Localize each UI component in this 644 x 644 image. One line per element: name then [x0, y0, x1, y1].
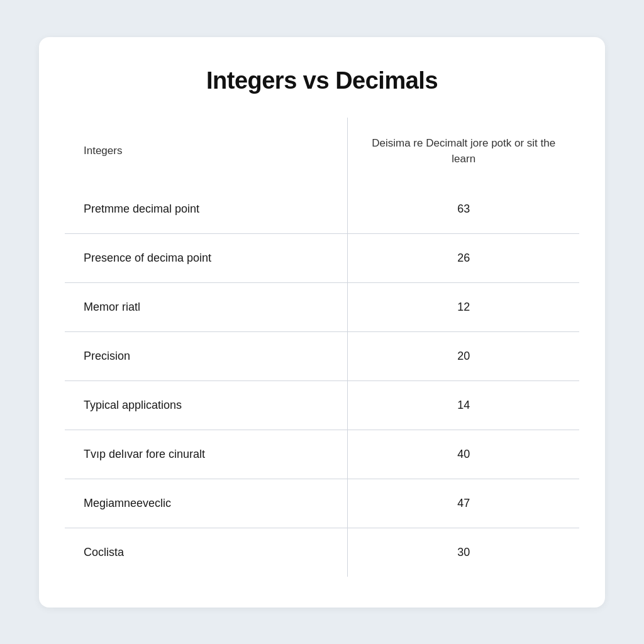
- table-row: Presence of decima point26: [65, 233, 580, 282]
- header-col2: Deisima re Decimalt jore potk or sit the…: [348, 117, 580, 185]
- row-value: 40: [348, 430, 580, 479]
- header-col1: Integers: [65, 117, 348, 185]
- table-row: Precision20: [65, 331, 580, 380]
- row-label: Megiamneeveclic: [65, 479, 348, 528]
- table-row: Pretmme decimal point63: [65, 185, 580, 234]
- row-label: Pretmme decimal point: [65, 185, 348, 234]
- row-value: 63: [348, 185, 580, 234]
- row-label: Memor riatl: [65, 282, 348, 331]
- table-row: Typical applications14: [65, 380, 580, 430]
- row-label: Typical applications: [65, 380, 348, 430]
- row-label: Coclista: [65, 528, 348, 577]
- table-row: Megiamneeveclic47: [65, 479, 580, 528]
- row-value: 30: [348, 528, 580, 577]
- table-row: Coclista30: [65, 528, 580, 577]
- table-header-row: Integers Deisima re Decimalt jore potk o…: [65, 117, 580, 185]
- row-label: Tvıp delıvar fore cinuralt: [65, 430, 348, 479]
- row-value: 12: [348, 282, 580, 331]
- page-title: Integers vs Decimals: [64, 67, 580, 94]
- row-value: 20: [348, 331, 580, 380]
- row-label: Precision: [65, 331, 348, 380]
- row-value: 26: [348, 233, 580, 282]
- row-value: 14: [348, 380, 580, 430]
- row-value: 47: [348, 479, 580, 528]
- table-row: Tvıp delıvar fore cinuralt40: [65, 430, 580, 479]
- table-row: Memor riatl12: [65, 282, 580, 331]
- row-label: Presence of decima point: [65, 233, 348, 282]
- comparison-table: Integers Deisima re Decimalt jore potk o…: [64, 117, 580, 577]
- main-container: Integers vs Decimals Integers Deisima re…: [39, 37, 605, 608]
